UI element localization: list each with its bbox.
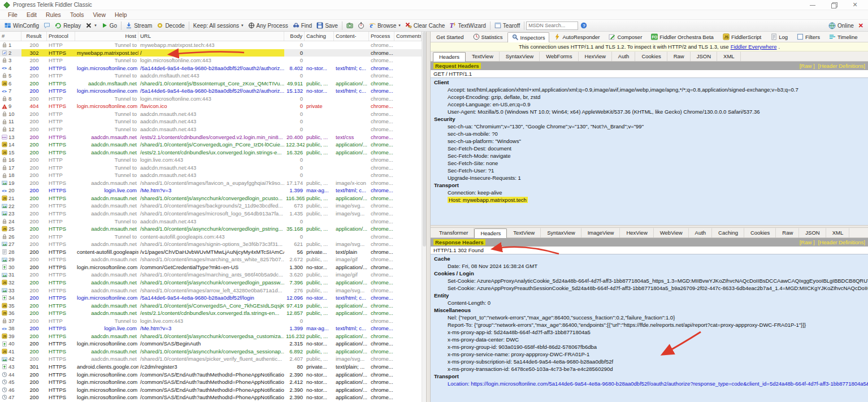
response-tab-textview[interactable]: TextView xyxy=(507,228,541,237)
restore-button[interactable] xyxy=(831,2,837,8)
session-row[interactable]: 23200HTTPSaadcdn.msauth.net/shared/1.0/c… xyxy=(0,210,422,218)
menu-view[interactable]: View xyxy=(88,11,110,18)
tab-filters[interactable]: Filters xyxy=(792,32,824,42)
request-tab-xml[interactable]: XML xyxy=(717,51,741,61)
column-header-result[interactable]: Result xyxy=(21,32,47,41)
session-row[interactable]: 30200HTTPSlogin.microsoftonline.com/comm… xyxy=(0,263,422,271)
session-row[interactable]: <>20200HTTPSlogin.live.com/Me.htm?v=31.3… xyxy=(0,187,422,194)
session-row[interactable]: 3200HTTPTunnel tologin.microsoftonline.c… xyxy=(0,57,422,64)
save-button[interactable]: Save xyxy=(314,21,340,29)
column-header-host[interactable]: Host xyxy=(75,32,138,41)
session-row[interactable]: JS39200HTTPSaadcdn.msauth.net/shared/1.0… xyxy=(0,332,422,340)
menu-tools[interactable]: Tools xyxy=(66,11,89,18)
session-row[interactable]: css13200HTTPSaadcdn.msauth.net/ests/2.1/… xyxy=(0,133,422,141)
session-row[interactable]: 8200HTTPTunnel tologin.microsoftonline.c… xyxy=(0,95,422,103)
tab-statistics[interactable]: Statistics xyxy=(468,32,507,42)
session-row[interactable]: JS36200HTTPSaadcdn.msauth.net/ests/2.1/c… xyxy=(0,309,422,317)
menu-file[interactable]: File xyxy=(3,11,22,18)
session-row[interactable]: JS21200HTTPSaadcdn.msauth.net/shared/1.0… xyxy=(0,194,422,202)
column-header--[interactable]: # xyxy=(0,32,21,41)
response-tab-xml[interactable]: XML xyxy=(826,228,850,237)
tab-inspectors[interactable]: Inspectors xyxy=(507,32,550,42)
response-tab-auth[interactable]: Auth xyxy=(689,228,713,237)
session-row[interactable]: 31200HTTPSaadcdn.msauth.net/shared/1.0/c… xyxy=(0,271,422,279)
column-header-comments[interactable]: Comments xyxy=(394,32,422,41)
session-row[interactable]: 22200HTTPSaadcdn.msauth.net/shared/1.0/c… xyxy=(0,202,422,210)
session-row[interactable]: 1200HTTPTunnel tomywebapp.matrixpost.tec… xyxy=(0,41,422,49)
tab-composer[interactable]: Composer xyxy=(604,32,646,42)
tab-fiddlerscript[interactable]: JSFiddlerScript xyxy=(718,32,766,42)
column-header-body[interactable]: Body xyxy=(284,32,305,41)
session-row[interactable]: JS14200HTTPSaadcdn.msauth.net/shared/1.0… xyxy=(0,141,422,149)
clear-cache-button[interactable]: Clear Cache xyxy=(403,21,448,29)
request-tab-syntaxview[interactable]: SyntaxView xyxy=(500,51,540,61)
response-tab-raw[interactable]: Raw xyxy=(776,228,799,237)
column-header-url[interactable]: URL xyxy=(138,32,284,41)
menu-edit[interactable]: Edit xyxy=(22,11,41,18)
session-row[interactable]: 16200HTTPTunnel tologin.live.com:4430chr… xyxy=(0,156,422,164)
session-row[interactable]: JS25200HTTPSaadcdn.msauth.net/shared/1.0… xyxy=(0,225,422,233)
session-row[interactable]: !9404HTTPSlogin.microsoftonline.com/favi… xyxy=(0,102,422,110)
request-tab-raw[interactable]: Raw xyxy=(667,51,691,61)
session-row[interactable]: <>7200HTTPSlogin.microsoftonline.com/5a1… xyxy=(0,87,422,95)
session-row[interactable]: 24200HTTPTunnel toaadcdn.msauth.net:4430… xyxy=(0,218,422,226)
msdn-search-input[interactable] xyxy=(526,21,578,30)
response-tab-caching[interactable]: Caching xyxy=(712,228,744,237)
column-header-caching[interactable]: Caching xyxy=(305,32,334,41)
session-row[interactable]: 42200HTTPSaadcdn.msauth.net/shared/1.0/c… xyxy=(0,355,422,363)
session-row[interactable]: 11200HTTPTunnel toaadcdn.msauth.net:4430… xyxy=(0,118,422,126)
session-row[interactable]: 40200HTTPSlogin.microsoftonline.com/comm… xyxy=(0,340,422,348)
session-row[interactable]: JS15200HTTPSaadcdn.msauth.net/ests/2.1/c… xyxy=(0,149,422,157)
fiddler-everywhere-link[interactable]: Fiddler Everywhere xyxy=(731,44,777,50)
close-button[interactable] xyxy=(852,2,859,8)
session-row[interactable]: 19200HTTPSaadcdn.msauth.net/shared/1.0/c… xyxy=(0,179,422,187)
response-tab-syntaxview[interactable]: SyntaxView xyxy=(541,228,581,237)
tearoff-button[interactable]: Tearoff xyxy=(492,21,522,29)
session-row[interactable]: 5200HTTPTunnel toaadcdn.msftauth.net:443… xyxy=(0,72,422,80)
browse-button[interactable]: eBrowse▾ xyxy=(367,21,403,29)
request-tab-auth[interactable]: Auth xyxy=(612,51,636,61)
session-row[interactable]: 18200HTTPTunnel toaadcdn.msauth.net:4430… xyxy=(0,171,422,179)
session-row[interactable]: <>4200HTTPSlogin.microsoftonline.com/5a1… xyxy=(0,64,422,72)
screenshot-button[interactable] xyxy=(344,21,355,29)
response-tab-hexview[interactable]: HexView xyxy=(620,228,653,237)
session-row[interactable]: 12200HTTPTunnel toaadcdn.msauth.net:4430… xyxy=(0,126,422,133)
session-list-scrollbar[interactable] xyxy=(422,32,426,402)
session-row[interactable]: JS6200HTTPSaadcdn.msftauth.net/shared/1.… xyxy=(0,80,422,88)
textwizard-button[interactable]: TTextWizard xyxy=(447,21,488,29)
find-button[interactable]: Find xyxy=(290,21,314,29)
tab-fiddler-orchestra-beta[interactable]: FOFiddler Orchestra Beta xyxy=(646,32,718,42)
comment-button[interactable] xyxy=(41,21,53,29)
minimize-button[interactable] xyxy=(809,2,816,8)
online-button[interactable]: Online xyxy=(826,21,856,30)
session-row[interactable]: JS32200HTTPSaadcdn.msauth.net/shared/1.0… xyxy=(0,279,422,287)
response-raw-link[interactable]: [Raw ] xyxy=(800,239,815,245)
session-row[interactable]: 28200HTTPScontent-autofill.googleapis...… xyxy=(0,248,422,256)
column-header-process[interactable]: Process xyxy=(369,32,394,41)
session-row[interactable]: 29200HTTPSaadcdn.msauth.net/shared/1.0/c… xyxy=(0,256,422,263)
tab-timeline[interactable]: Timeline xyxy=(824,32,862,42)
column-header-protocol[interactable]: Protocol xyxy=(47,32,75,41)
response-tab-webview[interactable]: WebView xyxy=(654,228,689,237)
response-header-definitions-link[interactable]: [Header Definitions] xyxy=(818,239,865,245)
response-tab-headers[interactable]: Headers xyxy=(474,228,507,238)
session-row[interactable]: 2302HTTPSmywebapp.matrixpost.tech/0chrom… xyxy=(0,49,422,57)
session-row[interactable]: 10200HTTPTunnel toaadcdn.msauth.net:4430… xyxy=(0,110,422,118)
session-row[interactable]: 37200HTTPTunnel tologin.live.com:4430chr… xyxy=(0,317,422,325)
toolbar-close-icon[interactable]: ✕ xyxy=(858,22,863,29)
column-header-content-type[interactable]: Content-Type xyxy=(334,32,369,41)
winconfig-button[interactable]: WinConfig xyxy=(2,21,41,29)
request-raw-link[interactable]: [Raw ] xyxy=(800,63,815,69)
request-tab-json[interactable]: JSON xyxy=(691,51,717,61)
decode-button[interactable]: Decode xyxy=(154,21,186,29)
menu-rules[interactable]: Rules xyxy=(41,11,66,18)
session-row[interactable]: 33200HTTPSaadcdn.msauth.net/shared/1.0/c… xyxy=(0,287,422,295)
session-row[interactable]: JS35200HTTPSaadcdn.msauth.net/shared/1.0… xyxy=(0,302,422,310)
tab-autoresponder[interactable]: AutoResponder xyxy=(549,32,604,42)
request-tab-cookies[interactable]: Cookies xyxy=(635,51,667,61)
session-row[interactable]: 27200HTTPSaadcdn.msauth.net/shared/1.0/c… xyxy=(0,240,422,248)
replay-button[interactable]: Replay xyxy=(53,21,83,29)
session-row[interactable]: 26200HTTPTunnel tocontent-autofill.googl… xyxy=(0,233,422,241)
request-header-definitions-link[interactable]: [Header Definitions] xyxy=(818,63,865,69)
delete-sessions-button[interactable]: ▾ xyxy=(83,21,99,29)
